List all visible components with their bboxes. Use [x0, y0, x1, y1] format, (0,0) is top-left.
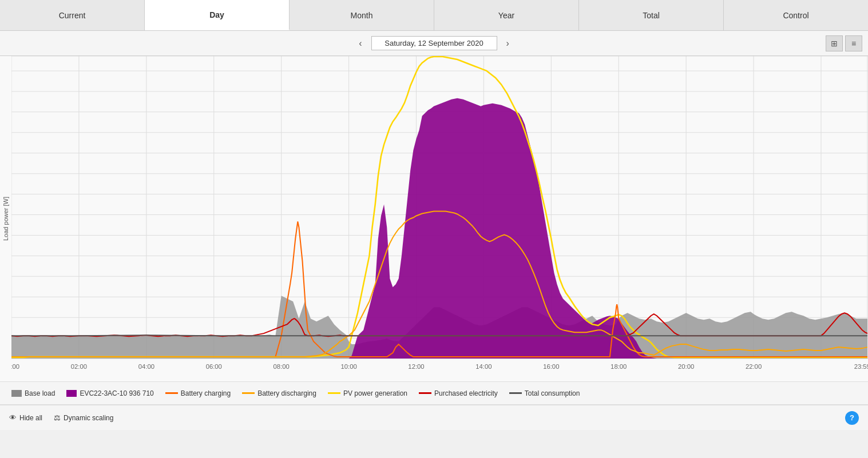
menu-icon-button[interactable]: ≡	[845, 35, 862, 51]
tab-month[interactable]: Month	[290, 0, 434, 30]
hide-all-label: Hide all	[19, 414, 42, 422]
svg-text:22:00: 22:00	[746, 363, 762, 370]
dynamic-scaling-label: Dynamic scaling	[64, 414, 113, 422]
svg-text:12:00: 12:00	[408, 363, 424, 370]
legend-item-battery-charging[interactable]: Battery charging	[165, 389, 231, 397]
legend-swatch-evc22	[66, 390, 77, 397]
svg-text:00:00: 00:00	[11, 363, 19, 370]
legend-item-purchased[interactable]: Purchased electricity	[419, 389, 498, 397]
top-right-icons: ⊞ ≡	[826, 35, 862, 51]
prev-date-button[interactable]: ‹	[354, 37, 366, 50]
hide-all-button[interactable]: 👁 Hide all	[9, 413, 42, 422]
svg-text:06:00: 06:00	[206, 363, 222, 370]
tab-day[interactable]: Day	[145, 0, 290, 30]
layers-icon-button[interactable]: ⊞	[826, 35, 843, 51]
legend-item-total[interactable]: Total consumption	[509, 389, 580, 397]
svg-text:14:00: 14:00	[475, 363, 492, 370]
tab-control[interactable]: Control	[724, 0, 868, 30]
legend-swatch-battery-discharging	[242, 392, 255, 394]
svg-text:10:00: 10:00	[340, 363, 356, 370]
legend: Base load EVC22-3AC-10 936 710 Battery c…	[0, 382, 868, 405]
legend-label-base-load: Base load	[25, 389, 55, 397]
legend-label-purchased: Purchased electricity	[434, 389, 498, 397]
legend-label-battery-discharging: Battery discharging	[257, 389, 316, 397]
help-button[interactable]: ?	[845, 411, 859, 425]
dynamic-scaling-button[interactable]: ⚖ Dynamic scaling	[54, 413, 113, 422]
tab-year[interactable]: Year	[434, 0, 579, 30]
svg-text:08:00: 08:00	[274, 363, 290, 370]
tab-total[interactable]: Total	[579, 0, 724, 30]
next-date-button[interactable]: ›	[502, 37, 514, 50]
svg-text:18:00: 18:00	[611, 363, 627, 370]
tab-current[interactable]: Current	[0, 0, 145, 30]
legend-item-base-load[interactable]: Base load	[11, 389, 55, 397]
legend-item-evc22[interactable]: EVC22-3AC-10 936 710	[66, 389, 153, 397]
legend-label-pv: PV power generation	[343, 389, 407, 397]
chart-inner: 0 250 500 750 1000 1250 1500 1750 2000 2…	[11, 56, 868, 381]
total-consumption-line	[11, 335, 867, 336]
svg-text:04:00: 04:00	[138, 363, 154, 370]
legend-swatch-battery-charging	[165, 392, 178, 394]
svg-text:16:00: 16:00	[543, 363, 559, 370]
legend-item-battery-discharging[interactable]: Battery discharging	[242, 389, 316, 397]
date-nav: ‹ Saturday, 12 September 2020 › ⊞ ≡	[0, 31, 868, 56]
eye-icon: 👁	[9, 413, 17, 422]
chart-svg: 0 250 500 750 1000 1250 1500 1750 2000 2…	[11, 56, 868, 381]
legend-item-pv[interactable]: PV power generation	[328, 389, 407, 397]
legend-label-total: Total consumption	[525, 389, 580, 397]
chart-container: Load power [W]	[0, 56, 868, 382]
legend-swatch-purchased	[419, 392, 431, 394]
legend-label-evc22: EVC22-3AC-10 936 710	[80, 389, 153, 397]
current-date-display[interactable]: Saturday, 12 September 2020	[371, 36, 497, 50]
top-tabs: Current Day Month Year Total Control	[0, 0, 868, 31]
y-axis-label: Load power [W]	[0, 56, 11, 381]
svg-text:02:00: 02:00	[71, 363, 87, 370]
legend-label-battery-charging: Battery charging	[181, 389, 231, 397]
svg-text:23:59: 23:59	[854, 363, 868, 370]
legend-swatch-base-load	[11, 390, 22, 397]
svg-text:20:00: 20:00	[678, 363, 694, 370]
legend-swatch-total	[509, 392, 522, 394]
scale-icon: ⚖	[54, 413, 61, 422]
bottom-bar: 👁 Hide all ⚖ Dynamic scaling ?	[0, 405, 868, 430]
legend-swatch-pv	[328, 392, 340, 394]
